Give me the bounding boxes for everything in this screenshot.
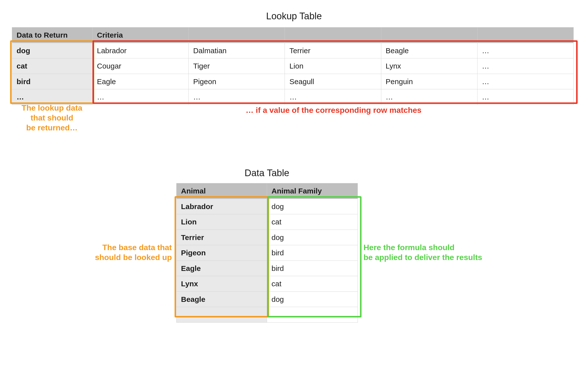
- lookup-criteria-cell: …: [477, 89, 573, 105]
- data-table: Animal Animal Family Labrador dog Lion c…: [176, 183, 358, 323]
- table-row: cat Cougar Tiger Lion Lynx …: [12, 58, 574, 74]
- lookup-col-header: [477, 27, 573, 43]
- lookup-criteria-cell: …: [381, 89, 477, 105]
- table-row: Terrier dog: [177, 230, 358, 245]
- table-row: bird Eagle Pigeon Seagull Penguin …: [12, 74, 574, 89]
- data-animal-cell: …: [177, 307, 267, 323]
- lookup-table: Data to Return Criteria dog Labrador Dal…: [12, 27, 574, 105]
- lookup-return-cell: bird: [12, 74, 92, 89]
- lookup-criteria-cell: Eagle: [92, 74, 189, 89]
- caption-data-animal: The base data thatshould be looked up: [68, 242, 172, 262]
- data-animal-cell: Lynx: [177, 276, 267, 292]
- diagram-canvas: Lookup Table Data to Return Criteria dog…: [0, 0, 588, 384]
- table-row: Lynx cat: [177, 276, 358, 292]
- table-row: Lion cat: [177, 214, 358, 230]
- lookup-criteria-cell: Cougar: [92, 58, 189, 74]
- data-animal-cell: Labrador: [177, 199, 267, 214]
- lookup-return-cell: …: [12, 89, 92, 105]
- lookup-table-title: Lookup Table: [0, 11, 588, 22]
- table-row: Eagle bird: [177, 261, 358, 276]
- lookup-table-header-row: Data to Return Criteria: [12, 27, 574, 43]
- data-animal-cell: Eagle: [177, 261, 267, 276]
- lookup-criteria-cell: …: [189, 89, 285, 105]
- lookup-criteria-cell: Tiger: [189, 58, 285, 74]
- table-row: Beagle dog: [177, 291, 358, 307]
- lookup-criteria-cell: …: [92, 89, 189, 105]
- lookup-col-header: [189, 27, 285, 43]
- data-family-cell: bird: [267, 261, 358, 276]
- lookup-col-header: [285, 27, 381, 43]
- data-animal-cell: Lion: [177, 214, 267, 230]
- lookup-criteria-cell: Labrador: [92, 43, 189, 58]
- data-col-header: Animal Family: [267, 183, 358, 199]
- lookup-criteria-cell: Beagle: [381, 43, 477, 58]
- lookup-criteria-cell: Seagull: [285, 74, 381, 89]
- table-row: Pigeon bird: [177, 245, 358, 261]
- data-animal-cell: Beagle: [177, 291, 267, 307]
- data-family-cell: dog: [267, 291, 358, 307]
- data-col-header: Animal: [177, 183, 267, 199]
- data-family-cell: cat: [267, 214, 358, 230]
- lookup-criteria-cell: Lynx: [381, 58, 477, 74]
- table-row: … …: [177, 307, 358, 323]
- lookup-col-header: Criteria: [92, 27, 189, 43]
- lookup-criteria-cell: Terrier: [285, 43, 381, 58]
- lookup-criteria-cell: Penguin: [381, 74, 477, 89]
- data-table-title: Data Table: [176, 168, 358, 178]
- lookup-criteria-cell: Dalmatian: [189, 43, 285, 58]
- lookup-return-cell: dog: [12, 43, 92, 58]
- data-family-cell: cat: [267, 276, 358, 292]
- data-table-header-row: Animal Animal Family: [177, 183, 358, 199]
- lookup-criteria-cell: …: [477, 43, 573, 58]
- table-row: Labrador dog: [177, 199, 358, 214]
- data-family-cell: dog: [267, 199, 358, 214]
- lookup-criteria-cell: Lion: [285, 58, 381, 74]
- table-row: … … … … … …: [12, 89, 574, 105]
- caption-lookup-criteria: … if a value of the corresponding row ma…: [92, 105, 575, 115]
- data-animal-cell: Pigeon: [177, 245, 267, 261]
- caption-data-family: Here the formula shouldbe applied to del…: [363, 242, 502, 262]
- table-row: dog Labrador Dalmatian Terrier Beagle …: [12, 43, 574, 58]
- lookup-criteria-cell: …: [285, 89, 381, 105]
- caption-lookup-return: The lookup datathat shouldbe returned…: [12, 103, 91, 133]
- data-family-cell: …: [267, 307, 358, 323]
- lookup-criteria-cell: …: [477, 58, 573, 74]
- lookup-criteria-cell: Pigeon: [189, 74, 285, 89]
- data-family-cell: dog: [267, 230, 358, 245]
- data-family-cell: bird: [267, 245, 358, 261]
- lookup-col-header: [381, 27, 477, 43]
- lookup-return-cell: cat: [12, 58, 92, 74]
- data-animal-cell: Terrier: [177, 230, 267, 245]
- lookup-col-header: Data to Return: [12, 27, 92, 43]
- lookup-criteria-cell: …: [477, 74, 573, 89]
